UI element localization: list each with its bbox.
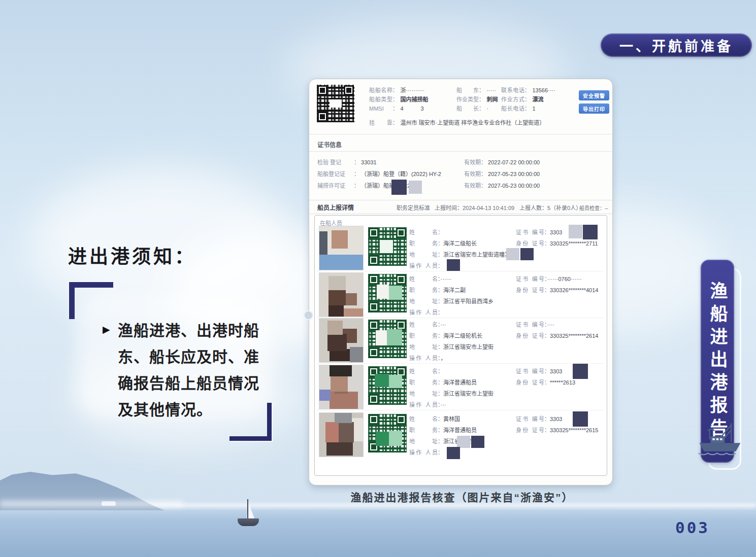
field-mmsi: MMSI： 43: [369, 103, 424, 113]
qr-center-block: [377, 285, 389, 299]
chapter-banner: 一、开航前准备: [601, 33, 752, 57]
qr-center-logo: [330, 99, 342, 108]
report-time: 上报时间：2024-04-13 10:41:09: [435, 203, 514, 212]
field-vessel-name: 船舶名称： 浙··········: [369, 85, 424, 94]
vessel-qr-code: [316, 84, 355, 123]
qr-finder-icon: [369, 302, 379, 312]
row-divider: [317, 271, 604, 271]
crew-row: 姓名：··· 职务：海洋二级轮机长 地址：浙江省瑞安市上望街 操作 人员：， 证…: [319, 318, 604, 363]
page-artifact-dot: [304, 310, 313, 320]
divider: [309, 134, 612, 134]
app-screenshot-panel: 船舶名称： 浙·········· 船 东： ····· 联系电话： 13566…: [309, 79, 613, 485]
qr-center-block: [376, 432, 389, 446]
export-print-button[interactable]: 导出打印: [579, 103, 609, 114]
crew-photo: [319, 365, 364, 409]
field-affiliation: 挂靠： 温州市 瑞安市·上望街道 祥华渔业专业合作社（上望街道）: [369, 118, 545, 127]
cert-validity: 有效期： 2022-07-22 00:00:00: [464, 158, 540, 166]
cert-validity: 有效期： 2027-05-23 00:00:00: [464, 169, 540, 178]
field-owner: 船 东： ·····: [456, 85, 496, 94]
redaction-block: [471, 436, 484, 448]
onboard-crew-box: 在船人员 姓名： 职务：海洋二级船长 地址：浙江省瑞安市上望街道曈某 操作 人员…: [314, 215, 607, 476]
field-job-type: 作业类型： 刺网: [456, 94, 498, 103]
qr-center-block: [375, 374, 389, 387]
crew-photo: [319, 226, 364, 270]
crew-qr-code: [368, 273, 407, 313]
crew-photo: [319, 318, 364, 363]
row-divider: [317, 410, 604, 410]
qr-center-block: [376, 330, 387, 345]
cert-validity: 有效期： 2027-05-23 00:00:00: [464, 181, 540, 189]
side-banner-label: 渔船进出港报告: [705, 282, 731, 441]
field-vessel-type: 船舶类型： 国内捕捞船: [369, 94, 428, 103]
distant-ship: [102, 502, 116, 506]
redaction-block: [573, 364, 588, 379]
crew-row: 姓名： 职务：海洋普通船员 地址：浙江省瑞安市上望街 操作 人员：··· 证书 …: [319, 365, 604, 409]
cert-section-title: 证书信息: [317, 140, 342, 149]
qr-finder-icon: [396, 228, 406, 238]
safety-alert-button[interactable]: 安全预警: [579, 90, 609, 100]
divider: [309, 151, 612, 152]
shoreline-haze: [0, 500, 183, 507]
qr-finder-icon: [369, 414, 379, 425]
field-job-mode: 作业方式： 漂流: [501, 94, 543, 103]
crew-row: 姓名：黄林国 职务：海洋普通船员 地址：浙江省瑞安市 操作 人员： 证书 编号：…: [319, 412, 604, 457]
crew-photo: [319, 412, 364, 457]
bullet-triangle-icon: ▶: [103, 321, 111, 338]
sea-photo: [0, 506, 756, 557]
report-count: 上报人数：5（补录0人）: [519, 203, 581, 212]
redaction-block: [573, 411, 588, 427]
qr-finder-icon: [317, 85, 327, 95]
figure-caption: 渔船进出港报告核查（图片来自“浙渔安”）: [325, 489, 599, 504]
redaction-block: [447, 447, 460, 459]
chapter-banner-label: 一、开航前准备: [619, 36, 733, 55]
staffing-standard-link[interactable]: 职务定员标准: [397, 203, 430, 212]
crew-qr-code: [368, 366, 407, 405]
redaction-block: [506, 248, 519, 260]
qr-center-block: [389, 286, 402, 300]
page: 一、开航前准备 进出港须知： ▶ 渔船进港、出港时船东、船长应及时、准确报告船上…: [0, 0, 756, 557]
crew-qr-code: [368, 319, 407, 359]
notice-body: ▶ 渔船进港、出港时船东、船长应及时、准确报告船上船员情况及其他情况。: [105, 318, 263, 423]
cert-row: 船舶登记证： （浙瑞）船登（籍）(2022) HY-2: [317, 169, 441, 178]
qr-finder-icon: [369, 394, 379, 404]
qr-finder-icon: [396, 320, 406, 330]
crew-row: 姓名：······ 职务：海洋二副 地址：浙江省平阳县西湾乡 操作 人员： 证书…: [319, 272, 604, 317]
qr-center-block: [389, 431, 402, 446]
bracket-top-left: [69, 282, 113, 319]
crew-row: 姓名： 职务：海洋二级船长 地址：浙江省瑞安市上望街道曈某 操作 人员： 证书 …: [319, 226, 604, 270]
notice-text: 渔船进港、出港时船东、船长应及时、准确报告船上船员情况及其他情况。: [105, 318, 263, 423]
redaction-block: [409, 181, 422, 194]
cert-row: 检验 登记： 33031: [317, 158, 377, 166]
qr-finder-icon: [369, 274, 379, 285]
qr-finder-icon: [369, 255, 379, 265]
redaction-block: [583, 225, 598, 239]
crew-qr-code: [368, 413, 407, 453]
crew-photo: [319, 272, 364, 317]
page-number: 003: [675, 518, 710, 537]
redaction-block: [569, 225, 582, 238]
redaction-block: [391, 180, 407, 195]
qr-finder-icon: [369, 228, 379, 238]
qr-finder-icon: [369, 347, 379, 358]
qr-finder-icon: [396, 274, 406, 285]
qr-finder-icon: [369, 320, 379, 330]
qr-finder-icon: [396, 414, 406, 425]
field-captain: 船长： ·: [456, 103, 488, 113]
redaction-block: [457, 436, 470, 448]
notice-title: 进出港须知：: [68, 241, 196, 269]
sailboat-hull: [238, 518, 259, 526]
crew-section-title: 船员上报详情: [317, 203, 354, 212]
redaction-block: [447, 259, 460, 271]
sailboat-mast: [247, 499, 248, 519]
qr-center-block: [380, 240, 393, 253]
field-captain-phone: 船长电话： 1: [501, 103, 536, 113]
qr-center-block: [387, 329, 402, 345]
crew-section-bar: 船员上报详情 职务定员标准 上报时间：2024-04-13 10:41:09 上…: [309, 200, 612, 214]
row-divider: [317, 363, 604, 364]
redaction-block: [520, 248, 534, 260]
qr-finder-icon: [344, 85, 354, 95]
qr-finder-icon: [317, 112, 327, 122]
field-contact-phone: 联系电话： 13566····: [501, 85, 555, 94]
fishing-ship-icon: [697, 419, 743, 458]
crew-check: 船员检查：--: [579, 204, 608, 212]
